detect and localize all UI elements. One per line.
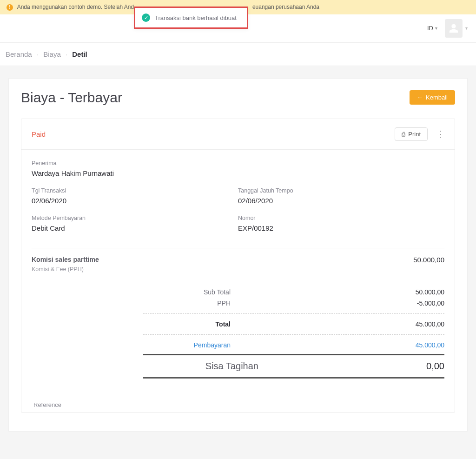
page-title: Biaya - Terbayar xyxy=(21,90,122,106)
banner-text-right: euangan perusahaan Anda xyxy=(252,4,319,10)
avatar[interactable] xyxy=(445,19,463,38)
check-icon: ✓ xyxy=(142,13,150,22)
recipient-label: Penerima xyxy=(32,160,444,166)
arrow-left-icon: ← xyxy=(417,94,423,101)
duedate-label: Tanggal Jatuh Tempo xyxy=(238,187,444,194)
remaining-label: Sisa Tagihan xyxy=(143,361,398,372)
duedate-value: 02/06/2020 xyxy=(238,197,444,205)
total-label: Total xyxy=(143,320,398,328)
number-value: EXP/00192 xyxy=(238,224,444,232)
language-selector[interactable]: ID xyxy=(427,25,433,32)
breadcrumb-expense[interactable]: Biaya xyxy=(43,50,61,58)
pph-value: -5.000,00 xyxy=(398,299,444,307)
total-value: 45.000,00 xyxy=(398,320,444,328)
more-menu-icon[interactable]: ⋮ xyxy=(436,130,444,138)
chevron-down-icon: ▾ xyxy=(465,26,468,31)
line-item-category: Komisi & Fee (PPH) xyxy=(32,266,99,273)
line-item: Komisi sales parttime Komisi & Fee (PPH)… xyxy=(32,248,444,273)
print-icon: ⎙ xyxy=(402,131,405,138)
paymethod-value: Debit Card xyxy=(32,224,238,232)
status-badge: Paid xyxy=(32,130,46,138)
chevron-down-icon: ▾ xyxy=(435,26,437,31)
banner-text-left: Anda menggunakan contoh demo. Setelah An… xyxy=(17,4,134,10)
payment-value: 45.000,00 xyxy=(398,341,444,349)
payment-label[interactable]: Pembayaran xyxy=(143,341,398,349)
subtotal-label: Sub Total xyxy=(143,288,398,296)
user-icon xyxy=(449,23,459,33)
txdate-label: Tgl Transaksi xyxy=(32,187,238,194)
breadcrumb-home[interactable]: Beranda xyxy=(6,50,32,58)
breadcrumb: Beranda · Biaya · Detil xyxy=(0,42,476,66)
line-item-amount: 50.000,00 xyxy=(413,256,444,264)
number-label: Nomor xyxy=(238,215,444,221)
print-button[interactable]: ⎙ Print xyxy=(395,127,428,141)
paymethod-label: Metode Pembayaran xyxy=(32,215,238,221)
toast-message: Transaksi bank berhasil dibuat xyxy=(155,14,237,21)
txdate-value: 02/06/2020 xyxy=(32,197,238,205)
reference-label: Reference xyxy=(32,401,444,408)
recipient-value: Wardaya Hakim Purnawati xyxy=(32,169,444,177)
subtotal-value: 50.000,00 xyxy=(398,288,444,296)
success-toast: ✓ Transaksi bank berhasil dibuat xyxy=(134,7,248,29)
breadcrumb-detail: Detil xyxy=(72,50,87,58)
line-item-title: Komisi sales parttime xyxy=(32,256,99,263)
remaining-value: 0,00 xyxy=(398,361,444,372)
back-button[interactable]: ← Kembali xyxy=(410,90,455,105)
warning-icon: ! xyxy=(7,4,13,11)
pph-label: PPH xyxy=(143,299,398,307)
